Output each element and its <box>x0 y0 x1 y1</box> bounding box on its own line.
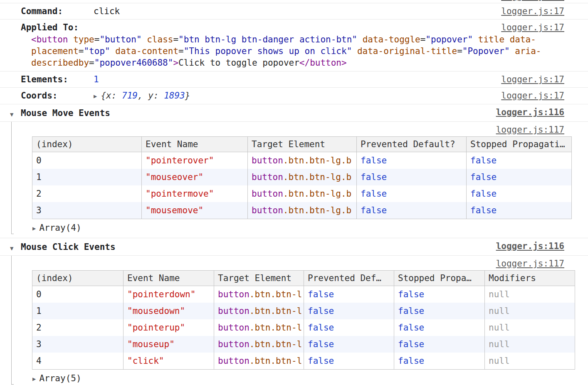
source-link[interactable]: logger.js:17 <box>501 22 564 33</box>
table-cell: false <box>467 152 572 169</box>
text-segment: false <box>361 155 387 165</box>
text-segment: 1 <box>36 306 42 316</box>
expand-triangle-icon[interactable]: ▶ <box>32 373 36 384</box>
column-header[interactable]: (index) <box>32 137 142 152</box>
collapse-triangle-icon[interactable]: ▼ <box>10 243 13 254</box>
table-cell: false <box>304 319 394 336</box>
column-header[interactable]: Stopped Propagati… <box>467 137 572 152</box>
table-cell: false <box>357 169 467 185</box>
table-cell: "mouseover" <box>142 169 248 185</box>
command-label: Command: <box>21 6 94 17</box>
group-body-mouse-click-events: logger.js:117 (index)Event NameTarget El… <box>0 256 588 385</box>
text-segment: .btn.btn-lg.b <box>283 172 351 182</box>
mouse-click-events-table: (index)Event NameTarget ElementPrevented… <box>32 270 575 370</box>
text-segment: "pointerover" <box>146 155 214 165</box>
source-link[interactable]: logger.js:116 <box>496 107 564 118</box>
text-segment: <button <box>31 35 68 44</box>
table-row: 2"pointermove"button.btn.btn-lg.bfalsefa… <box>32 185 572 202</box>
expand-triangle-icon[interactable]: ▶ <box>32 223 36 234</box>
text-segment <box>68 35 74 44</box>
table-cell: 4 <box>32 353 124 370</box>
text-segment: "This popover shows up on click" <box>184 46 352 56</box>
source-link[interactable]: logger.js:117 <box>496 125 564 135</box>
source-link[interactable]: logger.js:17 <box>501 6 564 17</box>
text-segment: .btn.btn-lg.b <box>283 155 351 165</box>
table-row: 0"pointerover"button.btn.btn-lg.bfalsefa… <box>32 152 572 169</box>
array-preview-label[interactable]: Array(5) <box>39 373 81 383</box>
table-cell: false <box>467 202 572 219</box>
column-header[interactable]: Target Element <box>214 271 304 286</box>
column-header[interactable]: Event Name <box>142 137 248 152</box>
text-segment: 1893 <box>164 91 185 101</box>
source-link[interactable]: logger.js:116 <box>496 241 564 252</box>
text-segment: button <box>218 323 250 333</box>
text-segment: null <box>489 289 510 299</box>
text-segment: button <box>252 205 283 215</box>
collapse-triangle-icon[interactable]: ▼ <box>10 109 13 120</box>
table-cell: "click" <box>124 353 214 370</box>
source-link[interactable]: logger.js:17 <box>501 90 564 101</box>
text-segment: false <box>470 155 497 165</box>
array-preview-label[interactable]: Array(4) <box>39 223 81 233</box>
array-preview: ▶Array(4) <box>32 222 564 234</box>
text-segment: null <box>489 356 510 366</box>
text-segment <box>510 46 515 56</box>
table-cell: false <box>304 353 394 370</box>
applied-to-code[interactable]: <button type="button" class="btn btn-lg … <box>31 34 564 69</box>
text-segment: .btn.btn-l <box>250 356 302 366</box>
code-line: <button type="button" class="btn btn-lg … <box>31 34 564 45</box>
text-segment: 2 <box>36 189 42 199</box>
text-segment: false <box>308 289 334 299</box>
console-message-command: Command:click logger.js:17 <box>0 3 588 20</box>
table-cell: false <box>467 185 572 202</box>
text-segment: .btn.btn-l <box>250 339 302 349</box>
table-cell: "mousemove" <box>142 202 248 219</box>
group-title: Mouse Click Events <box>21 242 116 252</box>
text-segment: "popover460688" <box>94 58 173 68</box>
group-header-mouse-click-events[interactable]: ▼ Mouse Click Events logger.js:116 <box>0 238 588 256</box>
mouse-move-events-table: (index)Event NameTarget ElementPrevented… <box>32 136 572 219</box>
console-message-coords: Coords:▶{x: 719, y: 1893} logger.js:17 <box>0 88 588 104</box>
column-header[interactable]: Modifiers <box>485 271 575 286</box>
column-header[interactable]: (index) <box>32 271 124 286</box>
text-segment <box>142 35 147 44</box>
column-header[interactable]: Prevented Default? <box>357 137 467 152</box>
table-header-row: (index)Event NameTarget ElementPrevented… <box>32 137 572 152</box>
expand-triangle-icon[interactable]: ▶ <box>94 91 97 101</box>
text-segment <box>357 35 363 44</box>
text-segment: false <box>398 339 424 349</box>
text-segment: button <box>218 306 250 316</box>
text-segment: .btn.btn-lg.b <box>283 205 351 215</box>
table-cell: "pointermove" <box>142 185 248 202</box>
column-header[interactable]: Prevented Def… <box>304 271 394 286</box>
column-header[interactable]: Event Name <box>124 271 214 286</box>
source-link[interactable]: logger.js:117 <box>496 259 564 269</box>
table-cell: false <box>357 152 467 169</box>
table-cell: button.btn.btn-l <box>214 286 304 303</box>
table-cell: "pointerdown" <box>124 286 214 303</box>
text-segment: "pointerup" <box>127 323 185 333</box>
code-line: describedby="popover460688">Click to tog… <box>31 57 564 69</box>
table-cell: button.btn.btn-l <box>214 319 304 336</box>
coords-label: Coords: <box>21 90 94 101</box>
table-cell: button.btn.btn-lg.b <box>248 202 357 219</box>
text-segment: 0 <box>36 289 42 299</box>
source-link[interactable]: logger.js:17 <box>501 74 564 85</box>
text-segment: </button> <box>299 58 347 68</box>
table-cell: null <box>485 353 575 370</box>
code-line: placement="top" data-content="This popov… <box>31 45 564 57</box>
column-header[interactable]: Target Element <box>248 137 357 152</box>
group-header-mouse-move-events[interactable]: ▼ Mouse Move Events logger.js:116 <box>0 104 588 122</box>
table-row: 1"mouseover"button.btn.btn-lg.bfalsefals… <box>32 169 572 185</box>
source-link[interactable]: logger.js:17 <box>501 0 564 1</box>
column-header[interactable]: Stopped Propa… <box>394 271 485 286</box>
text-segment: "click" <box>127 356 164 366</box>
text-segment: 0 <box>36 155 42 165</box>
group-body-mouse-move-events: logger.js:117 (index)Event NameTarget El… <box>0 122 588 238</box>
coords-object-preview[interactable]: {x: 719, y: 1893} <box>101 91 190 101</box>
text-segment: 2 <box>36 323 42 333</box>
group-title: Mouse Move Events <box>21 108 110 118</box>
table-cell: 0 <box>32 286 124 303</box>
text-segment: "Popover" <box>462 46 510 56</box>
table-cell: "mouseup" <box>124 336 214 353</box>
